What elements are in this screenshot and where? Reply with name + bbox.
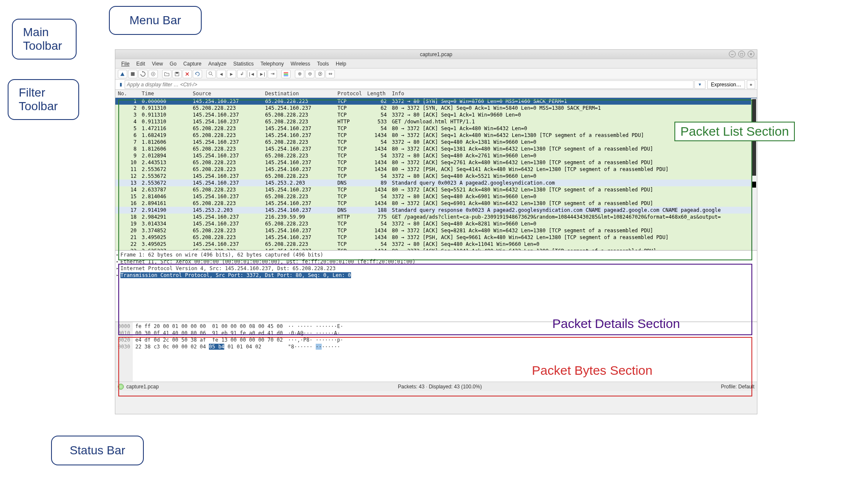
- menu-bar[interactable]: File Edit View Go Capture Analyze Statis…: [115, 59, 757, 68]
- maximize-button[interactable]: □: [738, 51, 745, 57]
- col-no[interactable]: No.: [115, 90, 139, 98]
- col-destination[interactable]: Destination: [263, 90, 335, 98]
- packet-bytes-label: Packet Bytes Section: [532, 363, 652, 378]
- close-file-icon[interactable]: [183, 70, 192, 78]
- svg-rect-0: [131, 72, 135, 76]
- packet-row[interactable]: 172.914190145.253.2.203145.254.160.237DN…: [115, 207, 757, 214]
- scrollbar-marker: [752, 182, 756, 188]
- svg-rect-6: [284, 72, 288, 73]
- zoom-out-icon[interactable]: ⊖: [305, 70, 314, 78]
- packet-row[interactable]: 71.812606145.254.160.23765.208.228.223TC…: [115, 139, 757, 145]
- packet-row[interactable]: 92.012894145.254.160.23765.208.228.223TC…: [115, 152, 757, 159]
- menu-tools[interactable]: Tools: [314, 61, 332, 67]
- svg-rect-8: [284, 75, 288, 76]
- svg-rect-4: [176, 72, 178, 74]
- packet-row[interactable]: 182.984291145.254.160.237216.239.59.99HT…: [115, 214, 757, 220]
- filter-toolbar: ▮ ▾ Expression… +: [115, 80, 757, 90]
- resize-columns-icon[interactable]: ⇔: [326, 70, 335, 78]
- packet-row[interactable]: 152.814046145.254.160.23765.208.228.223T…: [115, 193, 757, 200]
- filter-history-dropdown[interactable]: ▾: [694, 80, 705, 89]
- packet-row[interactable]: 40.911310145.254.160.23765.208.228.223HT…: [115, 118, 757, 125]
- packet-bytes[interactable]: 0000 0010 0020 0030 fe ff 20 00 01 00 00…: [115, 322, 757, 382]
- col-source[interactable]: Source: [190, 90, 263, 98]
- packet-row[interactable]: 122.553672145.254.160.23765.208.228.223T…: [115, 173, 757, 180]
- capture-options-icon[interactable]: [148, 70, 158, 78]
- packet-row[interactable]: 203.37485265.208.228.223145.254.160.237T…: [115, 227, 757, 234]
- packet-count-label: Packets: 43 · Displayed: 43 (100.0%): [159, 384, 721, 390]
- go-to-packet-icon[interactable]: ↲: [237, 70, 246, 78]
- menu-capture[interactable]: Capture: [180, 61, 205, 67]
- add-filter-button[interactable]: +: [747, 80, 755, 89]
- packet-details[interactable]: Frame 1: 62 bytes on wire (496 bits), 62…: [115, 251, 757, 322]
- expression-button[interactable]: Expression…: [707, 80, 745, 89]
- bytes-ascii-column[interactable]: ·· ····· ·······E· ·0·A@··· ······A· ···…: [286, 322, 346, 382]
- restart-capture-icon[interactable]: [138, 70, 148, 78]
- packet-list-scrollbar[interactable]: [751, 98, 757, 250]
- callout-label: Menu Bar: [129, 14, 181, 27]
- packet-row[interactable]: 112.55367265.208.228.223145.254.160.237T…: [115, 166, 757, 173]
- zoom-reset-icon[interactable]: ⦿: [315, 70, 325, 78]
- zoom-in-icon[interactable]: ⊕: [295, 70, 304, 78]
- go-forward-icon[interactable]: ►: [227, 70, 236, 78]
- title-bar: capture1.pcap – □ ×: [115, 50, 757, 59]
- packet-row[interactable]: 61.68241965.208.228.223145.254.160.237TC…: [115, 132, 757, 139]
- menu-edit[interactable]: Edit: [133, 61, 148, 67]
- packet-row[interactable]: 10.000000145.254.160.23765.208.228.223TC…: [115, 98, 757, 105]
- stop-capture-icon[interactable]: [128, 70, 137, 78]
- reload-icon[interactable]: [193, 70, 202, 78]
- open-file-icon[interactable]: [162, 70, 171, 78]
- bookmark-icon[interactable]: ▮: [117, 81, 125, 88]
- go-last-icon[interactable]: ►|: [257, 70, 267, 78]
- menu-statistics[interactable]: Statistics: [230, 61, 257, 67]
- colorize-icon[interactable]: [281, 70, 291, 78]
- packet-list-header-row[interactable]: No. Time Source Destination Protocol Len…: [115, 90, 757, 98]
- close-button[interactable]: ×: [748, 51, 754, 57]
- packet-row[interactable]: 51.47211665.208.228.223145.254.160.237TC…: [115, 125, 757, 132]
- find-packet-icon[interactable]: [206, 70, 216, 78]
- col-time[interactable]: Time: [139, 90, 190, 98]
- packet-list[interactable]: No. Time Source Destination Protocol Len…: [115, 90, 757, 251]
- packet-row[interactable]: 102.44351365.208.228.223145.254.160.237T…: [115, 159, 757, 166]
- packet-row[interactable]: 142.63378765.208.228.223145.254.160.237T…: [115, 186, 757, 193]
- bytes-hex-column[interactable]: fe ff 20 00 01 00 00 00 01 00 00 00 08 0…: [133, 322, 286, 382]
- menu-go[interactable]: Go: [166, 61, 180, 67]
- packet-row[interactable]: 30.911310145.254.160.23765.208.228.223TC…: [115, 111, 757, 118]
- packet-list-label: Packet List Section: [674, 122, 795, 141]
- menu-help[interactable]: Help: [332, 61, 350, 67]
- packet-row[interactable]: 233.63522765.208.228.223145.254.160.237T…: [115, 248, 757, 251]
- packet-row[interactable]: 81.81260665.208.228.223145.254.160.237TC…: [115, 145, 757, 152]
- go-back-icon[interactable]: ◄: [217, 70, 226, 78]
- menu-wireless[interactable]: Wireless: [287, 61, 314, 67]
- packet-row[interactable]: 223.495025145.254.160.23765.208.228.223T…: [115, 241, 757, 248]
- detail-ethernet[interactable]: Ethernet II, Src: Xerox_00:00:00 (00:00:…: [116, 258, 756, 265]
- packet-row[interactable]: 213.49502565.208.228.223145.254.160.237T…: [115, 234, 757, 241]
- auto-scroll-icon[interactable]: ⇥: [268, 70, 277, 78]
- window-title: capture1.pcap: [420, 51, 452, 57]
- packet-row[interactable]: 162.89416165.208.228.223145.254.160.237T…: [115, 200, 757, 207]
- col-protocol[interactable]: Protocol: [335, 90, 365, 98]
- menu-telephony[interactable]: Telephony: [257, 61, 287, 67]
- status-bar: capture1.pcap Packets: 43 · Displayed: 4…: [115, 382, 757, 391]
- callout-label: Main Toolbar: [23, 26, 66, 53]
- ascii-highlight: ··: [316, 344, 322, 350]
- menu-analyze[interactable]: Analyze: [205, 61, 230, 67]
- detail-frame[interactable]: Frame 1: 62 bytes on wire (496 bits), 62…: [116, 251, 756, 258]
- packet-row[interactable]: 20.91131065.208.228.223145.254.160.237TC…: [115, 105, 757, 111]
- col-info[interactable]: Info: [389, 90, 757, 98]
- detail-ip[interactable]: Internet Protocol Version 4, Src: 145.25…: [116, 265, 756, 272]
- save-file-icon[interactable]: [172, 70, 182, 78]
- menu-view[interactable]: View: [148, 61, 166, 67]
- display-filter-input[interactable]: [125, 80, 694, 89]
- col-length[interactable]: Length: [365, 90, 389, 98]
- svg-rect-7: [284, 74, 288, 75]
- minimize-button[interactable]: –: [729, 51, 736, 57]
- shark-fin-icon[interactable]: [118, 70, 127, 78]
- expert-info-icon[interactable]: [118, 384, 124, 390]
- capture-file-label[interactable]: capture1.pcap: [126, 384, 159, 390]
- profile-label[interactable]: Profile: Default: [721, 384, 754, 390]
- detail-tcp[interactable]: Transmission Control Protocol, Src Port:…: [116, 272, 756, 279]
- packet-row[interactable]: 193.014334145.254.160.23765.208.228.223T…: [115, 220, 757, 227]
- packet-row[interactable]: 132.553672145.254.160.237145.253.2.203DN…: [115, 180, 757, 186]
- go-first-icon[interactable]: |◄: [247, 70, 257, 78]
- menu-file[interactable]: File: [118, 61, 133, 67]
